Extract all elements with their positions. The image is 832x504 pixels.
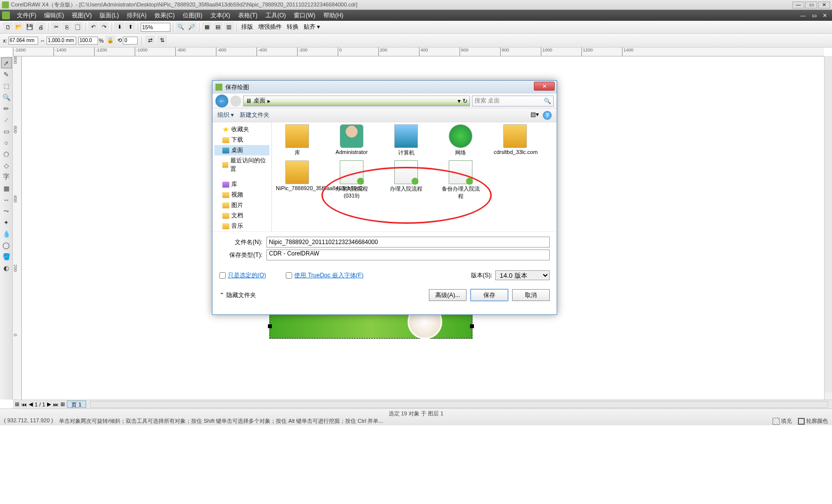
nav-forward-button[interactable] [230,96,241,106]
tree-music[interactable]: 音乐 [214,221,269,231]
lock-ratio-button[interactable]: 🔒 [105,36,115,46]
text-tool[interactable]: 字 [1,171,12,182]
cut-button[interactable]: ✂ [51,22,61,32]
guides-button[interactable]: ▥ [224,22,234,32]
tb-convert-btn[interactable]: 转换 [285,23,301,31]
basic-shapes-tool[interactable]: ◇ [1,160,12,171]
nav-refresh-icon[interactable]: ↻ [463,98,468,104]
menu-help[interactable]: 帮助(H) [319,11,348,20]
menu-effects[interactable]: 效果(C) [151,11,179,20]
app-menu-icon[interactable] [2,11,10,19]
truedoc-checkbox[interactable]: 使用 TrueDoc 嵌入字体(F) [286,271,364,280]
mirror-v-button[interactable]: ⇅ [157,36,167,46]
outline-tool[interactable]: ◯ [1,240,12,251]
filename-input[interactable] [266,237,550,248]
file-item-computer[interactable]: 计算机 [385,124,427,156]
tb-plugin-btn[interactable]: 增强插件 [256,23,284,31]
eyedropper-tool[interactable]: 💧 [1,228,12,239]
file-item-process-0319[interactable]: 办理入院流程(0319) [330,160,373,200]
fill-tool[interactable]: 🪣 [1,251,12,262]
undo-button[interactable]: ↶ [88,22,98,32]
tree-libraries[interactable]: 库 [214,179,269,190]
nav-back-button[interactable]: ← [215,95,228,107]
menu-window[interactable]: 窗口(W) [290,11,319,20]
save-dialog-button[interactable]: 保存 [470,289,508,301]
nav-breadcrumb[interactable]: 🖥 桌面 ▸ ▾ ↻ [243,96,470,106]
polygon-tool[interactable]: ⬠ [1,149,12,159]
fill-swatch-icon[interactable] [773,418,780,425]
close-window-button[interactable]: ✕ [818,1,830,8]
table-tool[interactable]: ▦ [1,183,12,194]
only-selected-checkbox[interactable]: 只是选定的(O) [219,271,266,280]
file-item-backup-process[interactable]: 备份办理入院流程 [439,160,482,200]
freehand-tool[interactable]: ✏ [1,103,12,114]
file-item-cdrsltbd[interactable]: cdrsltbd_33lc.com [494,124,536,156]
vertical-scrollbar[interactable] [824,56,832,393]
tree-documents[interactable]: 文档 [214,210,269,221]
tree-desktop[interactable]: 桌面 [214,145,269,155]
nav-dropdown-icon[interactable]: ▾ [458,98,461,104]
tree-videos[interactable]: 视频 [214,190,269,200]
scale-x-input[interactable] [78,37,98,45]
tree-recent[interactable]: 最近访问的位置 [214,155,269,174]
organize-button[interactable]: 组织 ▾ [217,111,234,119]
mdi-restore[interactable]: ▭ [809,12,820,19]
page-first-icon[interactable]: ⏮ [21,402,27,407]
rectangle-tool[interactable]: ▭ [1,126,12,137]
tb-layout-btn[interactable]: 排版 [239,23,255,31]
tb-snap-btn[interactable]: 贴齐 ▾ [302,23,322,31]
crop-tool[interactable]: ⬚ [1,80,12,91]
outline-swatch-icon[interactable] [798,418,805,425]
minimize-button[interactable]: — [792,1,804,8]
zoom-in-button[interactable]: 🔍 [176,22,186,32]
dimension-tool[interactable]: ↔ [1,194,12,205]
menu-arrange[interactable]: 排列(A) [123,11,151,20]
paste-button[interactable]: 📋 [73,22,83,32]
file-item-nipic-folder[interactable]: NiPic_7888920_35f8aa8413db59d2 [276,160,318,200]
version-select[interactable]: 14.0 版本 [495,270,550,280]
advanced-button[interactable]: 高级(A)... [429,289,467,301]
dialog-close-button[interactable]: ✕ [534,82,555,91]
page-prev-icon[interactable]: ◀ [29,401,33,407]
menu-table[interactable]: 表格(T) [234,11,261,20]
file-item-library[interactable]: 库 [276,124,318,156]
interactive-fill-tool[interactable]: ◐ [1,262,12,273]
x-input[interactable] [8,37,38,45]
menu-file[interactable]: 文件(F) [13,11,40,20]
mirror-h-button[interactable]: ⇄ [145,36,155,46]
width-input[interactable] [47,37,76,45]
file-item-network[interactable]: 网络 [439,124,482,156]
menu-edit[interactable]: 编辑(E) [40,11,68,20]
ellipse-tool[interactable]: ○ [1,137,12,148]
page-add-icon[interactable]: ⊞ [15,401,19,407]
interactive-tool[interactable]: ✦ [1,217,12,228]
tree-favorites[interactable]: 收藏夹 [214,124,269,135]
search-input[interactable]: 搜索 桌面 🔍 [472,96,554,106]
shape-tool[interactable]: ✎ [1,69,12,80]
horizontal-scrollbar[interactable] [90,401,828,408]
connector-tool[interactable]: ⤳ [1,205,12,216]
new-folder-button[interactable]: 新建文件夹 [240,111,269,119]
new-button[interactable]: 🗋 [3,22,13,32]
menu-layout[interactable]: 版面(L) [96,11,123,20]
filetype-select[interactable]: CDR - CorelDRAW [266,250,550,260]
page-next-icon[interactable]: ▶ [47,401,51,407]
page-add2-icon[interactable]: ⊞ [60,401,65,407]
mdi-close[interactable]: ✕ [820,12,830,19]
import-button[interactable]: ⬇ [114,22,124,32]
tree-downloads[interactable]: 下载 [214,135,269,145]
view-mode-button[interactable]: ▤▾ [530,111,539,120]
copy-button[interactable]: ⎘ [62,22,72,32]
page-last-icon[interactable]: ⏭ [53,402,58,407]
print-button[interactable]: 🖨 [36,22,46,32]
cancel-button[interactable]: 取消 [512,289,550,301]
maximize-button[interactable]: ▭ [805,1,817,8]
mdi-minimize[interactable]: — [797,12,809,18]
file-item-process[interactable]: 办理入院流程 [385,160,427,200]
smart-tool[interactable]: ⟋ [1,114,12,125]
page-tab-1[interactable]: 页 1 [67,401,86,408]
menu-text[interactable]: 文本(X) [207,11,234,20]
menu-view[interactable]: 视图(V) [68,11,96,20]
file-item-administrator[interactable]: Administrator [330,124,373,156]
zoom-tool[interactable]: 🔍 [1,92,12,102]
